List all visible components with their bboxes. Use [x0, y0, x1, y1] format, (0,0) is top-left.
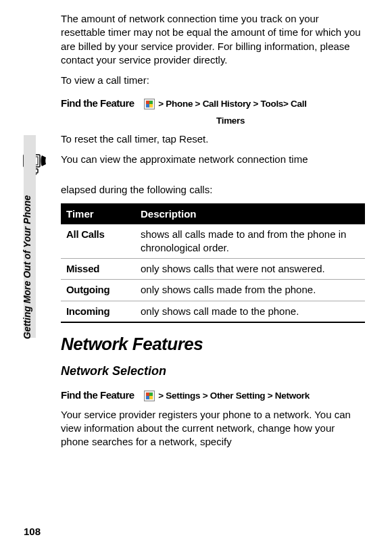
timer-description: only shows call made to the phone.: [135, 301, 365, 322]
path-segment: Call History: [203, 99, 251, 109]
timer-label: Missed: [61, 259, 135, 280]
section-heading-network-features: Network Features: [61, 332, 365, 356]
timer-label: Outgoing: [61, 280, 135, 301]
feature-path-line: Find the Feature > Phone > Call History …: [61, 97, 365, 110]
page-content: The amount of network connection time yo…: [0, 0, 392, 468]
path-segment-continuation: Timers: [216, 115, 365, 127]
timer-description: only shows calls made from the phone.: [135, 280, 365, 301]
body-paragraph: To view a call timer:: [61, 74, 365, 87]
path-sep: >: [156, 99, 166, 109]
windows-start-icon: [144, 391, 155, 401]
path-segment: Tools: [261, 99, 284, 109]
body-paragraph: Your service provider registers your pho…: [61, 408, 365, 449]
sub-heading-network-selection: Network Selection: [61, 363, 365, 379]
table-row: All Calls shows all calls made to and fr…: [61, 224, 365, 259]
body-paragraph: The amount of network connection time yo…: [61, 12, 365, 67]
path-segment: Network: [275, 391, 310, 401]
table-row: Outgoing only shows calls made from the …: [61, 280, 365, 301]
body-paragraph: You can view the approximate network con…: [61, 153, 308, 166]
feature-path-line: Find the Feature > Settings > Other Sett…: [61, 388, 365, 402]
path-sep: >: [200, 391, 210, 401]
table-row: Missed only shows calls that were not an…: [61, 259, 365, 280]
table-header-timer: Timer: [61, 204, 135, 224]
page-number: 108: [24, 526, 41, 537]
table-header-description: Description: [135, 204, 365, 224]
body-paragraph: To reset the call timer, tap Reset.: [61, 132, 365, 146]
path-sep: >: [251, 99, 261, 109]
timer-description: only shows calls that were not answered.: [135, 259, 365, 280]
sidebar-section-label: Getting More Out of Your Phone: [22, 195, 32, 339]
find-the-feature-label: Find the Feature: [61, 97, 134, 109]
body-paragraph: elapsed during the following calls:: [61, 183, 365, 197]
table-row: Incoming only shows call made to the pho…: [61, 301, 365, 322]
timer-description: shows all calls made to and from the pho…: [135, 224, 365, 259]
path-segment: Settings: [166, 391, 200, 401]
path-segment: Call: [291, 99, 307, 109]
path-sep: >: [283, 99, 291, 109]
call-timer-table: Timer Description All Calls shows all ca…: [61, 203, 365, 323]
find-the-feature-label: Find the Feature: [61, 389, 134, 401]
path-sep: >: [156, 391, 166, 401]
path-segment: Phone: [166, 99, 193, 109]
path-segment: Other Setting: [210, 391, 266, 401]
timer-label: Incoming: [61, 301, 135, 322]
windows-start-icon: [144, 99, 155, 109]
path-sep: >: [193, 99, 203, 109]
path-sep: >: [265, 391, 275, 401]
timer-label: All Calls: [61, 224, 135, 259]
